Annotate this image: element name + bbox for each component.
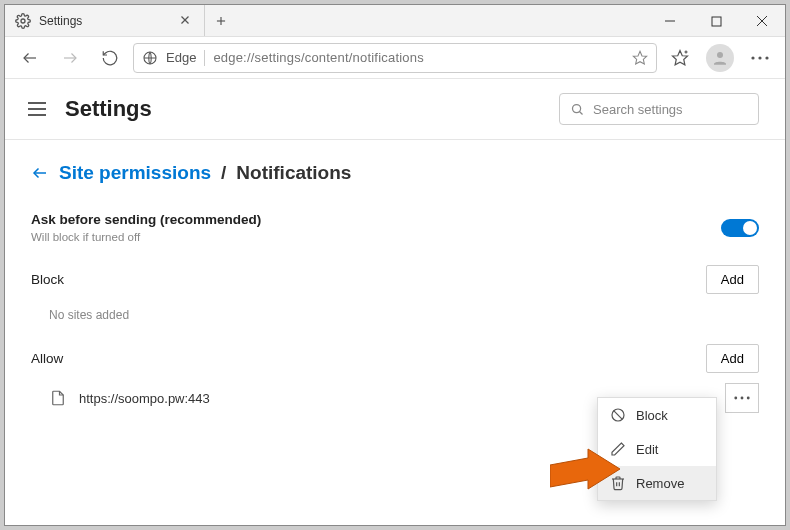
allow-title: Allow: [31, 351, 63, 366]
svg-point-0: [21, 19, 25, 23]
svg-marker-12: [633, 51, 646, 64]
new-tab-button[interactable]: [205, 5, 237, 36]
block-section: Block Add No sites added: [31, 265, 759, 326]
svg-marker-13: [673, 50, 688, 64]
back-button[interactable]: [13, 41, 47, 75]
search-placeholder: Search settings: [593, 102, 683, 117]
address-separator: [204, 50, 205, 66]
address-scheme: Edge: [166, 50, 196, 65]
search-icon: [570, 102, 585, 117]
block-add-button[interactable]: Add: [706, 265, 759, 294]
ctx-block-label: Block: [636, 408, 668, 423]
ctx-remove-label: Remove: [636, 476, 684, 491]
gear-icon: [15, 13, 31, 29]
browser-window: Settings Edge ed: [4, 4, 786, 526]
svg-point-19: [765, 56, 768, 59]
ask-label: Ask before sending (recommended): [31, 212, 261, 227]
allow-add-button[interactable]: Add: [706, 344, 759, 373]
close-window-button[interactable]: [739, 5, 785, 37]
edge-icon: [142, 50, 158, 66]
file-icon: [49, 389, 67, 407]
content: Site permissions / Notifications Ask bef…: [5, 156, 785, 413]
breadcrumb-back-icon[interactable]: [31, 164, 49, 182]
titlebar: Settings: [5, 5, 785, 37]
breadcrumb-parent-link[interactable]: Site permissions: [59, 162, 211, 184]
avatar: [706, 44, 734, 72]
profile-button[interactable]: [703, 41, 737, 75]
forward-button[interactable]: [53, 41, 87, 75]
allow-site-url: https://soompo.pw:443: [79, 391, 210, 406]
ask-before-sending-row: Ask before sending (recommended) Will bl…: [31, 208, 759, 247]
svg-line-24: [580, 111, 583, 114]
block-empty-text: No sites added: [31, 294, 759, 326]
page-header: Settings Search settings: [5, 79, 785, 139]
divider: [5, 139, 785, 140]
svg-point-16: [717, 52, 723, 58]
menu-button[interactable]: [23, 95, 51, 123]
ask-toggle[interactable]: [721, 219, 759, 237]
block-icon: [610, 407, 626, 423]
block-title: Block: [31, 272, 64, 287]
page-title: Settings: [65, 96, 152, 122]
search-input[interactable]: Search settings: [559, 93, 759, 125]
more-menu-button[interactable]: [743, 41, 777, 75]
svg-point-26: [734, 397, 737, 400]
tab-title: Settings: [39, 14, 170, 28]
ask-sublabel: Will block if turned off: [31, 231, 261, 243]
annotation-arrow: [550, 447, 620, 495]
svg-point-17: [751, 56, 754, 59]
breadcrumb-separator: /: [221, 162, 226, 184]
favorites-button[interactable]: [663, 41, 697, 75]
window-controls: [647, 5, 785, 36]
maximize-button[interactable]: [693, 5, 739, 37]
ctx-edit-label: Edit: [636, 442, 658, 457]
svg-rect-6: [712, 17, 721, 26]
browser-tab[interactable]: Settings: [5, 5, 205, 36]
svg-marker-31: [550, 449, 620, 489]
ctx-block[interactable]: Block: [598, 398, 716, 432]
toolbar: Edge edge://settings/content/notificatio…: [5, 37, 785, 79]
address-bar[interactable]: Edge edge://settings/content/notificatio…: [133, 43, 657, 73]
refresh-button[interactable]: [93, 41, 127, 75]
svg-point-27: [741, 397, 744, 400]
address-url: edge://settings/content/notifications: [213, 50, 423, 65]
site-more-button[interactable]: [725, 383, 759, 413]
minimize-button[interactable]: [647, 5, 693, 37]
breadcrumb-current: Notifications: [236, 162, 351, 184]
favorite-icon[interactable]: [632, 50, 648, 66]
svg-point-18: [758, 56, 761, 59]
svg-point-28: [747, 397, 750, 400]
svg-point-23: [573, 104, 581, 112]
breadcrumb: Site permissions / Notifications: [31, 162, 759, 184]
svg-line-30: [614, 411, 623, 420]
close-icon[interactable]: [178, 13, 194, 29]
